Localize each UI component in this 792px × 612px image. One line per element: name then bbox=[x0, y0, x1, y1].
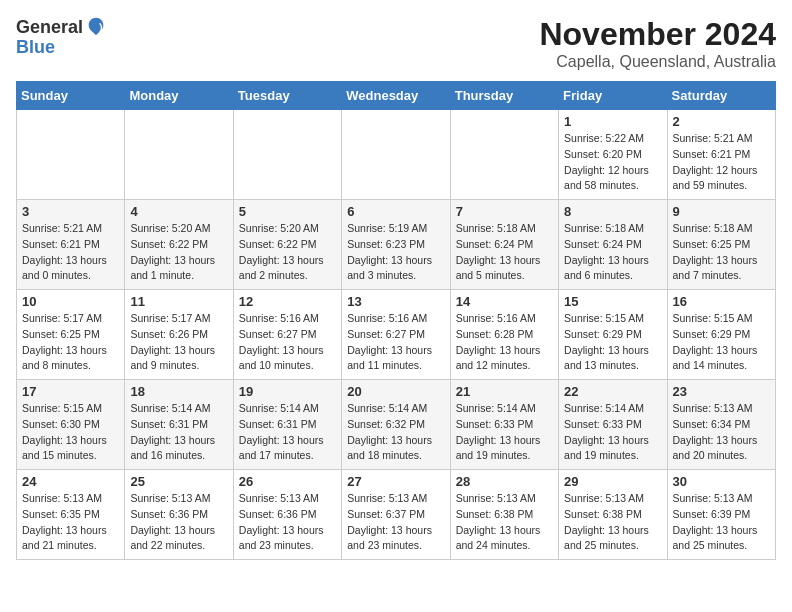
day-info: Sunrise: 5:17 AM Sunset: 6:25 PM Dayligh… bbox=[22, 311, 119, 374]
day-info: Sunrise: 5:13 AM Sunset: 6:35 PM Dayligh… bbox=[22, 491, 119, 554]
day-number: 5 bbox=[239, 204, 336, 219]
calendar-cell: 5Sunrise: 5:20 AM Sunset: 6:22 PM Daylig… bbox=[233, 200, 341, 290]
day-number: 29 bbox=[564, 474, 661, 489]
calendar-cell: 15Sunrise: 5:15 AM Sunset: 6:29 PM Dayli… bbox=[559, 290, 667, 380]
day-number: 9 bbox=[673, 204, 770, 219]
day-info: Sunrise: 5:14 AM Sunset: 6:33 PM Dayligh… bbox=[564, 401, 661, 464]
calendar-cell: 25Sunrise: 5:13 AM Sunset: 6:36 PM Dayli… bbox=[125, 470, 233, 560]
weekday-header-tuesday: Tuesday bbox=[233, 82, 341, 110]
day-info: Sunrise: 5:16 AM Sunset: 6:27 PM Dayligh… bbox=[239, 311, 336, 374]
day-info: Sunrise: 5:14 AM Sunset: 6:31 PM Dayligh… bbox=[239, 401, 336, 464]
calendar-table: SundayMondayTuesdayWednesdayThursdayFrid… bbox=[16, 81, 776, 560]
weekday-header-wednesday: Wednesday bbox=[342, 82, 450, 110]
day-number: 19 bbox=[239, 384, 336, 399]
day-number: 13 bbox=[347, 294, 444, 309]
month-title: November 2024 bbox=[539, 16, 776, 53]
day-number: 15 bbox=[564, 294, 661, 309]
calendar-cell: 20Sunrise: 5:14 AM Sunset: 6:32 PM Dayli… bbox=[342, 380, 450, 470]
header: General Blue November 2024 Capella, Quee… bbox=[16, 16, 776, 71]
calendar-cell: 13Sunrise: 5:16 AM Sunset: 6:27 PM Dayli… bbox=[342, 290, 450, 380]
day-number: 10 bbox=[22, 294, 119, 309]
calendar-cell bbox=[17, 110, 125, 200]
day-info: Sunrise: 5:18 AM Sunset: 6:24 PM Dayligh… bbox=[456, 221, 553, 284]
calendar-row: 10Sunrise: 5:17 AM Sunset: 6:25 PM Dayli… bbox=[17, 290, 776, 380]
day-info: Sunrise: 5:19 AM Sunset: 6:23 PM Dayligh… bbox=[347, 221, 444, 284]
calendar-cell bbox=[450, 110, 558, 200]
logo-general: General bbox=[16, 18, 83, 36]
day-number: 24 bbox=[22, 474, 119, 489]
day-info: Sunrise: 5:18 AM Sunset: 6:24 PM Dayligh… bbox=[564, 221, 661, 284]
day-info: Sunrise: 5:13 AM Sunset: 6:39 PM Dayligh… bbox=[673, 491, 770, 554]
calendar-cell: 29Sunrise: 5:13 AM Sunset: 6:38 PM Dayli… bbox=[559, 470, 667, 560]
calendar-cell: 19Sunrise: 5:14 AM Sunset: 6:31 PM Dayli… bbox=[233, 380, 341, 470]
calendar-cell: 23Sunrise: 5:13 AM Sunset: 6:34 PM Dayli… bbox=[667, 380, 775, 470]
day-info: Sunrise: 5:18 AM Sunset: 6:25 PM Dayligh… bbox=[673, 221, 770, 284]
day-info: Sunrise: 5:15 AM Sunset: 6:30 PM Dayligh… bbox=[22, 401, 119, 464]
calendar-cell: 21Sunrise: 5:14 AM Sunset: 6:33 PM Dayli… bbox=[450, 380, 558, 470]
day-number: 18 bbox=[130, 384, 227, 399]
day-info: Sunrise: 5:15 AM Sunset: 6:29 PM Dayligh… bbox=[673, 311, 770, 374]
day-number: 16 bbox=[673, 294, 770, 309]
calendar-cell: 4Sunrise: 5:20 AM Sunset: 6:22 PM Daylig… bbox=[125, 200, 233, 290]
day-number: 3 bbox=[22, 204, 119, 219]
day-number: 20 bbox=[347, 384, 444, 399]
calendar-cell: 26Sunrise: 5:13 AM Sunset: 6:36 PM Dayli… bbox=[233, 470, 341, 560]
day-number: 2 bbox=[673, 114, 770, 129]
day-info: Sunrise: 5:20 AM Sunset: 6:22 PM Dayligh… bbox=[130, 221, 227, 284]
calendar-cell: 12Sunrise: 5:16 AM Sunset: 6:27 PM Dayli… bbox=[233, 290, 341, 380]
calendar-row: 24Sunrise: 5:13 AM Sunset: 6:35 PM Dayli… bbox=[17, 470, 776, 560]
calendar-cell: 16Sunrise: 5:15 AM Sunset: 6:29 PM Dayli… bbox=[667, 290, 775, 380]
weekday-header-row: SundayMondayTuesdayWednesdayThursdayFrid… bbox=[17, 82, 776, 110]
calendar-cell: 30Sunrise: 5:13 AM Sunset: 6:39 PM Dayli… bbox=[667, 470, 775, 560]
weekday-header-saturday: Saturday bbox=[667, 82, 775, 110]
calendar-row: 17Sunrise: 5:15 AM Sunset: 6:30 PM Dayli… bbox=[17, 380, 776, 470]
day-number: 23 bbox=[673, 384, 770, 399]
day-number: 1 bbox=[564, 114, 661, 129]
day-number: 12 bbox=[239, 294, 336, 309]
calendar-cell: 22Sunrise: 5:14 AM Sunset: 6:33 PM Dayli… bbox=[559, 380, 667, 470]
day-info: Sunrise: 5:21 AM Sunset: 6:21 PM Dayligh… bbox=[673, 131, 770, 194]
weekday-header-monday: Monday bbox=[125, 82, 233, 110]
calendar-row: 1Sunrise: 5:22 AM Sunset: 6:20 PM Daylig… bbox=[17, 110, 776, 200]
day-number: 11 bbox=[130, 294, 227, 309]
weekday-header-thursday: Thursday bbox=[450, 82, 558, 110]
day-info: Sunrise: 5:13 AM Sunset: 6:37 PM Dayligh… bbox=[347, 491, 444, 554]
calendar-cell: 3Sunrise: 5:21 AM Sunset: 6:21 PM Daylig… bbox=[17, 200, 125, 290]
logo-blue: Blue bbox=[16, 38, 55, 56]
day-info: Sunrise: 5:16 AM Sunset: 6:28 PM Dayligh… bbox=[456, 311, 553, 374]
calendar-cell: 10Sunrise: 5:17 AM Sunset: 6:25 PM Dayli… bbox=[17, 290, 125, 380]
day-number: 17 bbox=[22, 384, 119, 399]
calendar-cell: 6Sunrise: 5:19 AM Sunset: 6:23 PM Daylig… bbox=[342, 200, 450, 290]
day-info: Sunrise: 5:21 AM Sunset: 6:21 PM Dayligh… bbox=[22, 221, 119, 284]
calendar-cell: 11Sunrise: 5:17 AM Sunset: 6:26 PM Dayli… bbox=[125, 290, 233, 380]
day-number: 30 bbox=[673, 474, 770, 489]
calendar-cell bbox=[342, 110, 450, 200]
day-info: Sunrise: 5:14 AM Sunset: 6:32 PM Dayligh… bbox=[347, 401, 444, 464]
day-info: Sunrise: 5:14 AM Sunset: 6:33 PM Dayligh… bbox=[456, 401, 553, 464]
location-title: Capella, Queensland, Australia bbox=[539, 53, 776, 71]
day-number: 22 bbox=[564, 384, 661, 399]
day-info: Sunrise: 5:15 AM Sunset: 6:29 PM Dayligh… bbox=[564, 311, 661, 374]
day-info: Sunrise: 5:22 AM Sunset: 6:20 PM Dayligh… bbox=[564, 131, 661, 194]
calendar-cell: 14Sunrise: 5:16 AM Sunset: 6:28 PM Dayli… bbox=[450, 290, 558, 380]
day-number: 4 bbox=[130, 204, 227, 219]
calendar-cell: 7Sunrise: 5:18 AM Sunset: 6:24 PM Daylig… bbox=[450, 200, 558, 290]
day-number: 28 bbox=[456, 474, 553, 489]
day-number: 14 bbox=[456, 294, 553, 309]
logo: General Blue bbox=[16, 16, 107, 56]
day-info: Sunrise: 5:20 AM Sunset: 6:22 PM Dayligh… bbox=[239, 221, 336, 284]
calendar-cell: 28Sunrise: 5:13 AM Sunset: 6:38 PM Dayli… bbox=[450, 470, 558, 560]
day-info: Sunrise: 5:13 AM Sunset: 6:38 PM Dayligh… bbox=[456, 491, 553, 554]
calendar-row: 3Sunrise: 5:21 AM Sunset: 6:21 PM Daylig… bbox=[17, 200, 776, 290]
calendar-cell: 2Sunrise: 5:21 AM Sunset: 6:21 PM Daylig… bbox=[667, 110, 775, 200]
weekday-header-friday: Friday bbox=[559, 82, 667, 110]
calendar-cell bbox=[125, 110, 233, 200]
day-info: Sunrise: 5:14 AM Sunset: 6:31 PM Dayligh… bbox=[130, 401, 227, 464]
calendar-cell: 18Sunrise: 5:14 AM Sunset: 6:31 PM Dayli… bbox=[125, 380, 233, 470]
day-info: Sunrise: 5:13 AM Sunset: 6:38 PM Dayligh… bbox=[564, 491, 661, 554]
day-number: 8 bbox=[564, 204, 661, 219]
title-area: November 2024 Capella, Queensland, Austr… bbox=[539, 16, 776, 71]
day-number: 7 bbox=[456, 204, 553, 219]
calendar-cell bbox=[233, 110, 341, 200]
day-number: 6 bbox=[347, 204, 444, 219]
